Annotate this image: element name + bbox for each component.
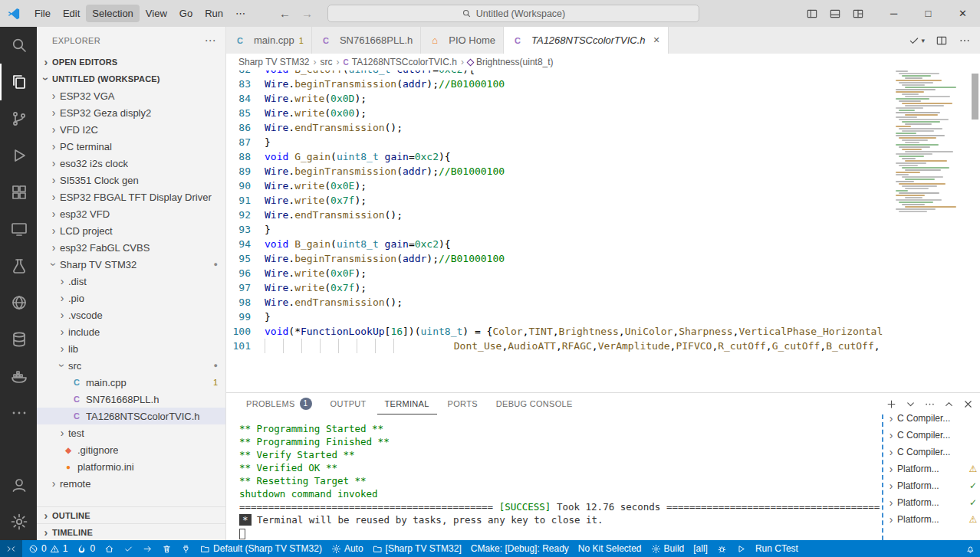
line-number[interactable]: 91 <box>226 193 265 208</box>
tree-item-pio[interactable]: ›.pio <box>37 290 225 306</box>
menu-view[interactable]: View <box>140 5 173 22</box>
terminal-task-item[interactable]: ›Platform...✓ <box>883 477 980 494</box>
tree-item-include[interactable]: ›include <box>37 323 225 340</box>
activity-testing-button[interactable] <box>0 247 37 284</box>
panel-tab-terminal[interactable]: TERMINAL <box>377 393 437 414</box>
terminal-task-item[interactable]: ›C Compiler... <box>883 427 980 444</box>
remote-indicator[interactable] <box>0 540 22 557</box>
tree-item-sharp-tv-stm32[interactable]: ›Sharp TV STM32● <box>37 256 225 273</box>
line-number[interactable]: 97 <box>226 280 265 295</box>
pio-clean-button[interactable] <box>157 540 176 557</box>
pio-upload-button[interactable] <box>138 540 157 557</box>
layout-sidebar-icon[interactable] <box>806 8 818 20</box>
tree-item-esp32-fbgal-tft-display-driver[interactable]: ›ESP32 FBGAL TFT Display Driver <box>37 188 225 205</box>
tree-item-platformio-ini[interactable]: ●platformio.ini <box>37 458 225 475</box>
cmake-build-button[interactable]: Build <box>646 540 689 557</box>
cmake-launch-button[interactable] <box>732 540 751 557</box>
breadcrumb-item-src[interactable]: src <box>320 57 332 67</box>
tree-item-vscode[interactable]: ›.vscode <box>37 306 225 323</box>
activity-web-button[interactable] <box>0 284 37 321</box>
close-tab-icon[interactable]: ✕ <box>653 35 660 45</box>
tree-item-remote[interactable]: ›remote <box>37 475 225 492</box>
open-editors-section[interactable]: › OPEN EDITORS <box>37 54 225 70</box>
tree-item-main-cpp[interactable]: Cmain.cpp1 <box>37 374 225 391</box>
line-number[interactable]: 100 <box>226 324 265 339</box>
activity-search-button[interactable] <box>0 27 37 64</box>
activity-source-control-button[interactable] <box>0 100 37 137</box>
editor-more-actions-button[interactable] <box>959 34 971 47</box>
activity-extensions-button[interactable] <box>0 174 37 211</box>
activity-files-button[interactable] <box>0 64 37 100</box>
pio-home-button[interactable] <box>100 540 119 557</box>
menu-item[interactable]: ⋯ <box>229 5 252 22</box>
pio-serial-monitor-button[interactable] <box>176 540 196 557</box>
back-button[interactable]: ← <box>279 7 291 20</box>
activity-run-debug-button[interactable] <box>0 137 37 174</box>
workspace-section[interactable]: › UNTITLED (WORKSPACE) <box>37 70 225 87</box>
forward-button[interactable]: → <box>301 7 313 20</box>
tab-main-cpp[interactable]: Cmain.cpp1 <box>226 27 312 54</box>
line-number[interactable]: 87 <box>226 135 265 149</box>
tree-item-dist[interactable]: ›.dist <box>37 273 225 290</box>
tab-pio-home[interactable]: ⌂PIO Home <box>421 27 504 54</box>
ctest-button[interactable]: Run CTest <box>751 540 803 557</box>
scrollbar-thumb[interactable] <box>972 74 978 120</box>
terminal-task-item[interactable]: ›Platform...⚠ <box>883 460 980 477</box>
problems-status[interactable]: 01 <box>24 540 72 557</box>
menu-file[interactable]: File <box>28 5 57 22</box>
activity-remote-explorer-button[interactable] <box>0 211 37 247</box>
command-center-search[interactable]: Untitled (Workspace) <box>327 5 699 22</box>
maximize-button[interactable]: □ <box>911 0 945 27</box>
layout-panel-icon[interactable] <box>829 8 841 20</box>
tab-sn761668pll-h[interactable]: CSN761668PLL.h <box>312 27 421 54</box>
breadcrumb-item-brightness-uint8-t[interactable]: Brightness(uint8_t) <box>468 57 554 67</box>
activity-settings-button[interactable] <box>0 503 37 540</box>
tree-item-esp32-vfd[interactable]: ›esp32 VFD <box>37 205 225 222</box>
line-number[interactable]: 94 <box>226 237 265 251</box>
line-number[interactable]: 89 <box>226 164 265 179</box>
close-button[interactable]: ✕ <box>945 0 980 27</box>
panel-tab-debug-console[interactable]: DEBUG CONSOLE <box>488 393 580 414</box>
panel-tab-output[interactable]: OUTPUT <box>323 393 374 414</box>
maximize-panel-button[interactable] <box>943 398 955 410</box>
pio-port-selector[interactable]: Auto <box>327 540 368 557</box>
breadcrumb-item-ta1268ntsccolortvic-h[interactable]: CTA1268NTSCcolorTVIC.h <box>343 57 456 67</box>
activity-database-button[interactable] <box>0 321 37 358</box>
line-number[interactable]: 84 <box>226 91 265 106</box>
line-number[interactable]: 85 <box>226 106 265 120</box>
cmake-debug-button[interactable] <box>712 540 732 557</box>
timeline-section[interactable]: › TIMELINE <box>37 523 225 540</box>
minimap[interactable] <box>896 70 969 392</box>
menu-selection[interactable]: Selection <box>86 5 139 22</box>
activity-account-button[interactable] <box>0 467 37 503</box>
run-build-task-button[interactable]: ▾ <box>908 34 925 47</box>
cmake-project-selector[interactable]: [Sharp TV STM32] <box>368 540 466 557</box>
tree-item-pc-terminal[interactable]: ›PC terminal <box>37 138 225 155</box>
panel-tab-ports[interactable]: PORTS <box>440 393 485 414</box>
line-number[interactable]: 82 <box>226 70 265 77</box>
pio-build-button[interactable] <box>119 540 138 557</box>
split-editor-button[interactable] <box>936 34 948 47</box>
terminal-output[interactable]: ** Programming Started **** Programming … <box>226 414 880 540</box>
terminal-dropdown-button[interactable] <box>905 398 916 410</box>
tree-item-esp32-geza-disply2[interactable]: ›ESP32 Geza disply2 <box>37 104 225 121</box>
cmake-kit-selector[interactable]: No Kit Selected <box>574 540 646 557</box>
layout-custom-icon[interactable] <box>852 8 864 20</box>
menu-run[interactable]: Run <box>199 5 229 22</box>
panel-tab-problems[interactable]: PROBLEMS1 <box>238 393 320 414</box>
line-number[interactable]: 101 <box>226 339 265 353</box>
tree-item-esp32-vga[interactable]: ›ESP32 VGA <box>37 87 225 104</box>
flame-counter[interactable]: 0 <box>72 540 100 557</box>
menu-edit[interactable]: Edit <box>57 5 86 22</box>
tree-item-eso32-i2s-clock[interactable]: ›eso32 i2s clock <box>37 155 225 172</box>
minimize-button[interactable]: ─ <box>876 0 911 27</box>
terminal-task-item[interactable]: ›Platform...✓ <box>883 494 980 511</box>
tree-item-si5351-clock-gen[interactable]: ›SI5351 Clock gen <box>37 172 225 188</box>
line-number[interactable]: 86 <box>226 120 265 135</box>
line-number[interactable]: 92 <box>226 208 265 222</box>
menu-go[interactable]: Go <box>173 5 199 22</box>
line-number[interactable]: 95 <box>226 251 265 266</box>
tree-item-lib[interactable]: ›lib <box>37 340 225 357</box>
line-number[interactable]: 88 <box>226 149 265 164</box>
tree-item-sn761668pll-h[interactable]: CSN761668PLL.h <box>37 391 225 408</box>
